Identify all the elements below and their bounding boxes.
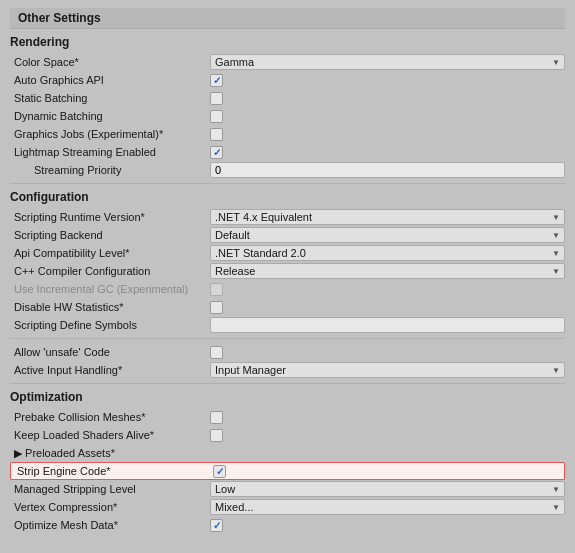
static-batching-control [210,92,565,105]
auto-graphics-control [210,74,565,87]
input-handling-label: Active Input Handling* [10,364,210,376]
managed-stripping-dropdown[interactable]: Low ▼ [210,481,565,497]
input-handling-dropdown[interactable]: Input Manager ▼ [210,362,565,378]
keep-shaders-checkbox[interactable] [210,429,223,442]
prebake-collision-control [210,411,565,424]
vertex-compression-label: Vertex Compression* [10,501,210,513]
auto-graphics-checkbox[interactable] [210,74,223,87]
incremental-gc-checkbox[interactable] [210,283,223,296]
row-lightmap-streaming: Lightmap Streaming Enabled [10,143,565,161]
prebake-collision-label: Prebake Collision Meshes* [10,411,210,423]
scripting-runtime-label: Scripting Runtime Version* [10,211,210,223]
api-compat-control: .NET Standard 2.0 ▼ [210,245,565,261]
graphics-jobs-label: Graphics Jobs (Experimental)* [10,128,210,140]
row-vertex-compression: Vertex Compression* Mixed... ▼ [10,498,565,516]
dynamic-batching-checkbox[interactable] [210,110,223,123]
row-streaming-priority: Streaming Priority [10,161,565,179]
auto-graphics-label: Auto Graphics API [10,74,210,86]
lightmap-streaming-checkbox[interactable] [210,146,223,159]
extra-section: Allow 'unsafe' Code Active Input Handlin… [10,343,565,379]
scripting-backend-control: Default ▼ [210,227,565,243]
divider-1 [10,183,565,184]
row-keep-shaders: Keep Loaded Shaders Alive* [10,426,565,444]
row-scripting-backend: Scripting Backend Default ▼ [10,226,565,244]
cpp-compiler-label: C++ Compiler Configuration [10,265,210,277]
keep-shaders-control [210,429,565,442]
row-scripting-symbols: Scripting Define Symbols [10,316,565,334]
color-space-control: Gamma ▼ [210,54,565,70]
row-strip-engine-code: Strip Engine Code* [10,462,565,480]
row-scripting-runtime: Scripting Runtime Version* .NET 4.x Equi… [10,208,565,226]
optimization-section-title: Optimization [10,390,565,404]
streaming-priority-input[interactable] [210,162,565,178]
row-cpp-compiler: C++ Compiler Configuration Release ▼ [10,262,565,280]
input-handling-value: Input Manager [215,364,286,376]
strip-engine-code-control [213,465,562,478]
scripting-symbols-label: Scripting Define Symbols [10,319,210,331]
row-color-space: Color Space* Gamma ▼ [10,53,565,71]
preloaded-assets-label: ▶ Preloaded Assets* [10,447,210,460]
vertex-compression-dropdown[interactable]: Mixed... ▼ [210,499,565,515]
scripting-symbols-control [210,317,565,333]
unsafe-code-checkbox[interactable] [210,346,223,359]
row-optimize-mesh: Optimize Mesh Data* [10,516,565,534]
static-batching-checkbox[interactable] [210,92,223,105]
api-compat-value: .NET Standard 2.0 [215,247,306,259]
scripting-runtime-arrow: ▼ [552,213,560,222]
api-compat-label: Api Compatibility Level* [10,247,210,259]
configuration-section-title: Configuration [10,190,565,204]
row-static-batching: Static Batching [10,89,565,107]
graphics-jobs-checkbox[interactable] [210,128,223,141]
divider-3 [10,383,565,384]
streaming-priority-control [210,162,565,178]
color-space-value: Gamma [215,56,254,68]
scripting-runtime-dropdown[interactable]: .NET 4.x Equivalent ▼ [210,209,565,225]
color-space-dropdown[interactable]: Gamma ▼ [210,54,565,70]
dynamic-batching-label: Dynamic Batching [10,110,210,122]
keep-shaders-label: Keep Loaded Shaders Alive* [10,429,210,441]
optimize-mesh-label: Optimize Mesh Data* [10,519,210,531]
lightmap-streaming-label: Lightmap Streaming Enabled [10,146,210,158]
disable-hw-label: Disable HW Statistics* [10,301,210,313]
row-prebake-collision: Prebake Collision Meshes* [10,408,565,426]
vertex-compression-arrow: ▼ [552,503,560,512]
rendering-section: Rendering Color Space* Gamma ▼ Auto Grap… [10,35,565,179]
scripting-backend-dropdown[interactable]: Default ▼ [210,227,565,243]
row-api-compat: Api Compatibility Level* .NET Standard 2… [10,244,565,262]
managed-stripping-arrow: ▼ [552,485,560,494]
api-compat-arrow: ▼ [552,249,560,258]
cpp-compiler-arrow: ▼ [552,267,560,276]
api-compat-dropdown[interactable]: .NET Standard 2.0 ▼ [210,245,565,261]
prebake-collision-checkbox[interactable] [210,411,223,424]
input-handling-control: Input Manager ▼ [210,362,565,378]
optimization-section: Optimization Prebake Collision Meshes* K… [10,390,565,534]
static-batching-label: Static Batching [10,92,210,104]
unsafe-code-control [210,346,565,359]
cpp-compiler-dropdown[interactable]: Release ▼ [210,263,565,279]
scripting-backend-arrow: ▼ [552,231,560,240]
disable-hw-control [210,301,565,314]
row-managed-stripping: Managed Stripping Level Low ▼ [10,480,565,498]
color-space-arrow: ▼ [552,58,560,67]
scripting-runtime-value: .NET 4.x Equivalent [215,211,312,223]
row-input-handling: Active Input Handling* Input Manager ▼ [10,361,565,379]
strip-engine-code-checkbox[interactable] [213,465,226,478]
streaming-priority-label: Streaming Priority [10,164,210,176]
scripting-backend-label: Scripting Backend [10,229,210,241]
row-preloaded-assets: ▶ Preloaded Assets* [10,444,565,462]
row-disable-hw: Disable HW Statistics* [10,298,565,316]
dynamic-batching-control [210,110,565,123]
optimize-mesh-checkbox[interactable] [210,519,223,532]
row-incremental-gc: Use Incremental GC (Experimental) [10,280,565,298]
disable-hw-checkbox[interactable] [210,301,223,314]
row-unsafe-code: Allow 'unsafe' Code [10,343,565,361]
cpp-compiler-control: Release ▼ [210,263,565,279]
row-dynamic-batching: Dynamic Batching [10,107,565,125]
unsafe-code-label: Allow 'unsafe' Code [10,346,210,358]
preloaded-triangle-icon: ▶ [14,447,25,459]
color-space-label: Color Space* [10,56,210,68]
configuration-section: Configuration Scripting Runtime Version*… [10,190,565,334]
scripting-symbols-input[interactable] [210,317,565,333]
row-auto-graphics-api: Auto Graphics API [10,71,565,89]
other-settings-panel: Other Settings Rendering Color Space* Ga… [0,0,575,544]
